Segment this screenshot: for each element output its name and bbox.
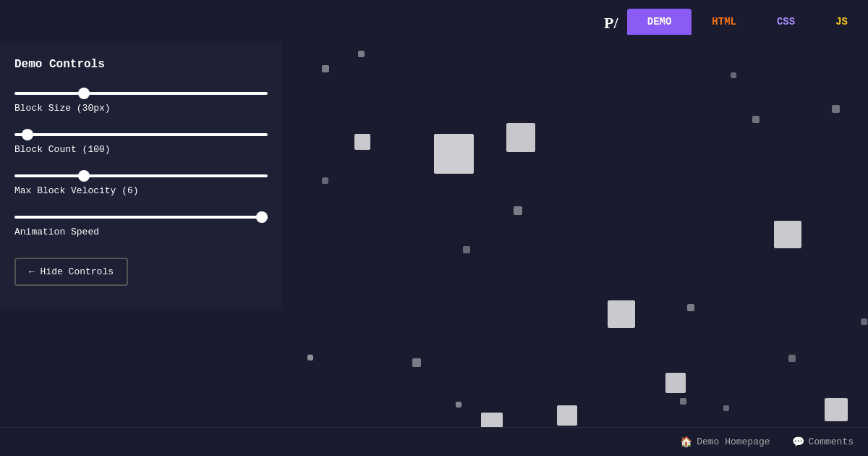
block-4	[456, 402, 461, 408]
block-15	[731, 72, 736, 78]
block-22	[723, 405, 729, 411]
logo-icon: P/	[601, 9, 627, 35]
block-9	[506, 123, 535, 152]
max-velocity-slider[interactable]	[14, 174, 268, 177]
block-21	[680, 398, 686, 405]
animation-speed-slider[interactable]	[14, 216, 268, 219]
demo-homepage-label: Demo Homepage	[697, 436, 770, 447]
tab-js[interactable]: JS	[815, 9, 868, 35]
tab-css[interactable]: CSS	[757, 9, 815, 35]
block-17	[774, 221, 801, 248]
block-24	[861, 318, 867, 325]
tab-html[interactable]: HTML	[692, 9, 757, 35]
tab-demo[interactable]: DEMO	[627, 9, 692, 35]
comments-label: Comments	[809, 436, 854, 447]
navbar: P/ DEMO HTML CSS JS	[0, 0, 868, 43]
block-20	[665, 373, 686, 393]
canvas-area	[282, 43, 868, 427]
block-count-label: Block Count (100)	[14, 144, 268, 155]
block-0	[322, 65, 329, 72]
block-23	[832, 105, 840, 113]
logo-area: P/	[601, 9, 627, 35]
demo-homepage-link[interactable]: 🏠 Demo Homepage	[680, 436, 770, 448]
home-icon: 🏠	[680, 436, 692, 448]
block-count-slider[interactable]	[14, 133, 268, 136]
block-5	[481, 413, 503, 427]
block-12	[608, 300, 635, 328]
block-14	[463, 246, 470, 253]
block-1	[354, 134, 370, 150]
block-13	[687, 304, 694, 311]
block-2	[307, 355, 313, 360]
block-18	[788, 355, 796, 362]
comments-icon: 💬	[792, 436, 804, 448]
bottom-bar: 🏠 Demo Homepage 💬 Comments	[0, 427, 868, 456]
block-16	[752, 116, 760, 123]
block-size-slider[interactable]	[14, 92, 268, 95]
block-size-control: Block Size (30px)	[14, 85, 268, 114]
animation-speed-label: Animation Speed	[14, 227, 268, 237]
block-6	[557, 405, 577, 426]
block-10	[514, 206, 522, 215]
controls-title: Demo Controls	[14, 58, 268, 71]
max-velocity-label: Max Block Velocity (6)	[14, 185, 268, 196]
animation-speed-control: Animation Speed	[14, 209, 268, 237]
hide-controls-button[interactable]: ← Hide Controls	[14, 258, 128, 286]
comments-link[interactable]: 💬 Comments	[792, 436, 854, 448]
block-3	[412, 358, 421, 367]
block-count-control: Block Count (100)	[14, 127, 268, 155]
block-11	[322, 177, 328, 184]
svg-text:P/: P/	[604, 14, 618, 32]
max-velocity-control: Max Block Velocity (6)	[14, 168, 268, 196]
controls-panel: Demo Controls Block Size (30px) Block Co…	[0, 43, 282, 308]
nav-tabs: DEMO HTML CSS JS	[627, 9, 868, 35]
block-7	[358, 51, 365, 57]
block-19	[825, 398, 848, 421]
block-size-label: Block Size (30px)	[14, 103, 268, 114]
block-8	[434, 134, 474, 174]
